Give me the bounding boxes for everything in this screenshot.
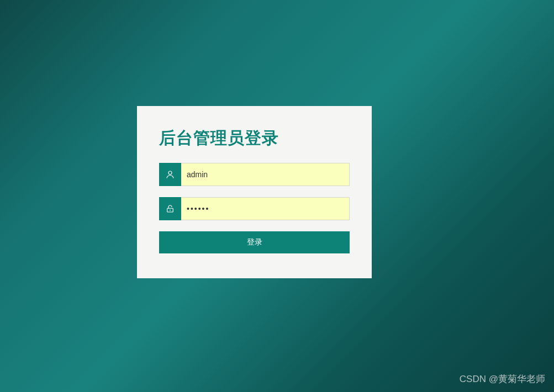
login-title: 后台管理员登录 (159, 127, 350, 150)
svg-point-0 (168, 171, 172, 174)
login-button[interactable]: 登录 (159, 231, 350, 253)
lock-icon (159, 197, 181, 220)
password-row (159, 197, 350, 220)
username-input[interactable] (181, 163, 350, 186)
watermark-text: CSDN @黄菊华老师 (460, 373, 545, 385)
login-panel: 后台管理员登录 登录 (137, 106, 372, 278)
user-icon (159, 163, 181, 186)
password-input[interactable] (181, 197, 350, 220)
username-row (159, 163, 350, 186)
